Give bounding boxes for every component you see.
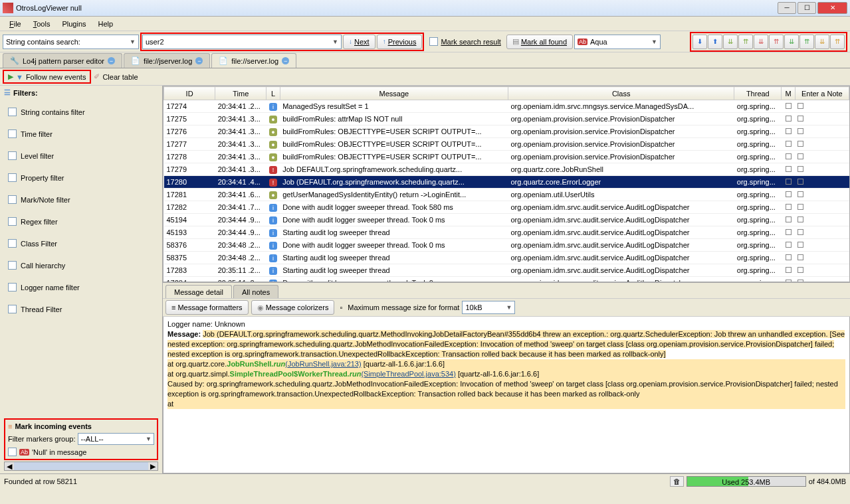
filter-checkbox[interactable] — [8, 173, 17, 182]
next-button[interactable]: ↓Next — [343, 35, 375, 49]
note-box[interactable] — [797, 242, 803, 248]
filter-checkbox[interactable] — [8, 305, 17, 313]
message-detail-body[interactable]: Logger name: Unknown Message: Job (DEFAU… — [163, 317, 850, 473]
max-size-combo[interactable]: 10kB ▼ — [462, 301, 515, 314]
table-row[interactable]: 1728120:34:41 .6...●getUserManagedSysIde… — [164, 189, 849, 201]
scroll-right-icon[interactable]: ▶ — [148, 462, 158, 470]
gc-button[interactable]: 🗑 — [670, 476, 684, 487]
search-type-combo[interactable]: String contains search: ▼ — [3, 35, 139, 49]
note-box[interactable] — [797, 191, 803, 197]
filter-item[interactable]: Time filter — [4, 123, 158, 145]
filter-item[interactable]: Class Filter — [4, 232, 158, 254]
note-box[interactable] — [797, 166, 803, 172]
mark-box[interactable] — [786, 242, 792, 248]
tab-all-notes[interactable]: All notes — [233, 285, 278, 298]
filter-item[interactable]: Logger name filter — [4, 276, 158, 298]
marker-btn-4[interactable]: ⇈ — [738, 35, 753, 49]
filter-icon[interactable]: ▼ — [16, 73, 23, 81]
table-row[interactable]: 5837620:34:48 .2...iDone with audit logg… — [164, 239, 849, 252]
table-row[interactable]: 1727920:34:41 .3...!Job DEFAULT.org.spri… — [164, 163, 849, 176]
marker-btn-3[interactable]: ⇊ — [723, 35, 738, 49]
tab-close-icon[interactable]: − — [108, 57, 115, 64]
column-header[interactable]: Message — [280, 87, 508, 100]
filter-item[interactable]: Level filter — [4, 145, 158, 167]
mark-box[interactable] — [786, 179, 792, 185]
mark-all-button[interactable]: ▤ Mark all found — [506, 35, 573, 49]
column-header[interactable]: Class — [508, 87, 734, 100]
message-colorizers-button[interactable]: ◉ Message colorizers — [251, 300, 335, 315]
filter-item[interactable]: Mark/Note filter — [4, 189, 158, 210]
filter-checkbox[interactable] — [8, 151, 17, 160]
mark-box[interactable] — [786, 141, 792, 147]
column-header[interactable]: Enter a Note — [795, 87, 849, 100]
column-header[interactable]: M — [782, 87, 795, 100]
marker-btn-6[interactable]: ⇈ — [769, 35, 784, 49]
mark-box[interactable] — [786, 267, 792, 273]
note-box[interactable] — [797, 116, 803, 122]
filter-checkbox[interactable] — [8, 195, 17, 204]
mark-box[interactable] — [786, 116, 792, 122]
mark-box[interactable] — [786, 280, 792, 282]
table-row[interactable]: 4519420:34:44 .9...iDone with audit logg… — [164, 214, 849, 226]
filter-item[interactable]: Property filter — [4, 167, 158, 189]
mark-search-checkbox[interactable] — [429, 37, 438, 46]
menu-plugins[interactable]: Plugins — [56, 19, 91, 29]
filter-item[interactable]: String contains filter — [4, 101, 158, 123]
marker-btn-9[interactable]: ⇊ — [815, 35, 829, 49]
table-row[interactable]: 1728220:34:41 .7...iDone with audit logg… — [164, 201, 849, 214]
filter-checkbox[interactable] — [8, 283, 17, 292]
note-box[interactable] — [797, 179, 803, 185]
table-row[interactable]: 1728320:35:11 .2...iStarting audit log s… — [164, 264, 849, 277]
marker-btn-8[interactable]: ⇈ — [799, 35, 814, 49]
column-header[interactable]: ID — [164, 87, 215, 100]
note-box[interactable] — [797, 254, 803, 260]
table-row[interactable]: 1727420:34:41 .2...iManagedSys resultSet… — [164, 100, 849, 113]
mark-box[interactable] — [786, 191, 792, 197]
clear-table-button[interactable]: Clear table — [102, 73, 138, 81]
table-row[interactable]: 1727720:34:41 .3...●buildFromRules: OBJE… — [164, 138, 849, 151]
color-theme-combo[interactable]: Ab Aqua ▼ — [574, 35, 661, 49]
table-row[interactable]: 5837520:34:48 .2...iStarting audit log s… — [164, 252, 849, 264]
tab-close-icon[interactable]: − — [195, 57, 203, 64]
mark-box[interactable] — [786, 216, 792, 222]
marker-btn-10[interactable]: ⇈ — [830, 35, 845, 49]
marker-btn-7[interactable]: ⇊ — [784, 35, 799, 49]
filter-item[interactable]: Call hierarchy — [4, 254, 158, 276]
note-box[interactable] — [797, 141, 803, 147]
filter-item[interactable]: Regex filter — [4, 210, 158, 232]
mark-box[interactable] — [786, 128, 792, 134]
note-box[interactable] — [797, 267, 803, 273]
mark-box[interactable] — [786, 254, 792, 260]
maximize-button[interactable]: ☐ — [797, 2, 816, 14]
table-row[interactable]: 1728420:35:11 .2...iDone with audit logg… — [164, 277, 849, 283]
tab-jserver-log[interactable]: 📄 file://jserver.log − — [124, 53, 210, 68]
mark-box[interactable] — [786, 204, 792, 210]
table-row[interactable]: 1727820:34:41 .3...●buildFromRules: OBJE… — [164, 151, 849, 163]
menu-tools[interactable]: Tools — [28, 19, 56, 29]
note-box[interactable] — [797, 128, 803, 134]
table-row[interactable]: 1727620:34:41 .3...●buildFromRules: OBJE… — [164, 126, 849, 138]
table-row[interactable]: 4519320:34:44 .9...iStarting audit log s… — [164, 226, 849, 239]
tab-message-detail[interactable]: Message detail — [165, 285, 232, 298]
marker-btn-2[interactable]: ⬆ — [708, 35, 722, 49]
mark-box[interactable] — [786, 103, 792, 109]
marker-btn-5[interactable]: ⇊ — [754, 35, 768, 49]
mark-box[interactable] — [786, 166, 792, 172]
null-message-checkbox[interactable] — [8, 448, 17, 456]
mark-box[interactable] — [786, 153, 792, 159]
markers-group-combo[interactable]: --ALL-- ▼ — [78, 433, 154, 445]
note-box[interactable] — [797, 280, 803, 282]
previous-button[interactable]: ↑Previous — [377, 35, 423, 49]
close-button[interactable]: ✕ — [817, 2, 847, 14]
scroll-left-icon[interactable]: ◀ — [5, 462, 14, 470]
message-formatters-button[interactable]: ≡ Message formatters — [165, 300, 249, 315]
tab-server-log[interactable]: 📄 file://server.log − — [211, 53, 296, 68]
filter-checkbox[interactable] — [8, 239, 17, 248]
play-icon[interactable]: ▶ — [8, 72, 13, 81]
search-input[interactable]: user2 ▼ — [142, 35, 342, 49]
filter-checkbox[interactable] — [8, 261, 17, 270]
table-row[interactable]: 1727520:34:41 .3...●buildFromRules: attr… — [164, 113, 849, 126]
filter-checkbox[interactable] — [8, 129, 17, 138]
broom-icon[interactable]: ✐ — [94, 72, 100, 81]
log-table[interactable]: IDTimeLMessageClassThreadMEnter a Note 1… — [163, 86, 850, 282]
